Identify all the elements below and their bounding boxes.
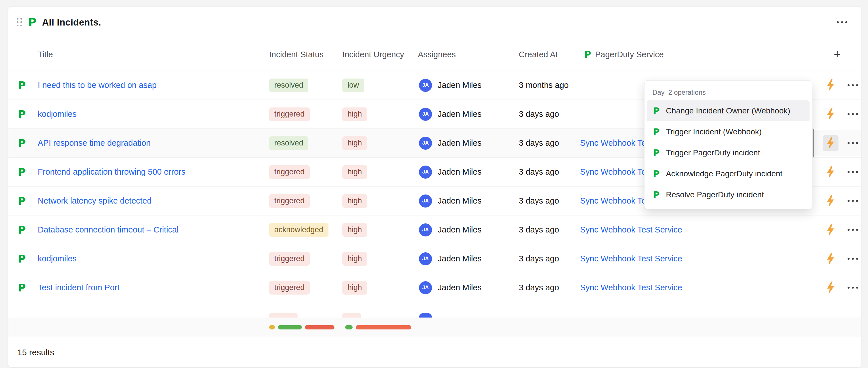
title-cell: Test incident from Port bbox=[38, 273, 269, 302]
urgency-low-segment bbox=[345, 325, 352, 329]
column-header-assignees[interactable]: Assignees bbox=[418, 38, 519, 71]
status-distribution-bar bbox=[269, 325, 342, 329]
created-at: 3 days ago bbox=[519, 225, 559, 234]
header-icon-spacer bbox=[8, 38, 38, 71]
incident-title-link[interactable]: I need this to be worked on asap bbox=[38, 80, 157, 90]
service-link[interactable]: Sync Webhook Test Service bbox=[580, 225, 682, 234]
title-cell: API response time degradation bbox=[38, 129, 269, 157]
column-label: PagerDuty Service bbox=[595, 50, 664, 59]
status-badge: triggered bbox=[269, 194, 310, 208]
created-at: 3 months ago bbox=[519, 80, 569, 90]
status-cell: triggered bbox=[269, 158, 342, 186]
row-icon-cell: P bbox=[8, 158, 38, 186]
created-cell: 3 days ago bbox=[519, 273, 580, 302]
row-menu-button[interactable] bbox=[846, 171, 859, 173]
incident-title-link[interactable]: Test incident from Port bbox=[38, 283, 120, 292]
menu-item-label: Trigger Incident (Webhook) bbox=[666, 127, 762, 136]
actions-cell bbox=[813, 71, 861, 100]
run-action-button[interactable] bbox=[823, 280, 838, 296]
menu-item-trigger-pagerduty-incident[interactable]: P Trigger PagerDuty incident bbox=[647, 142, 810, 163]
row-menu-button[interactable] bbox=[846, 200, 859, 202]
column-header-status[interactable]: Incident Status bbox=[269, 38, 342, 71]
incident-title-link[interactable]: Network latency spike detected bbox=[38, 196, 152, 205]
menu-item-resolve-pagerduty-incident[interactable]: P Resolve PagerDuty incident bbox=[647, 184, 810, 205]
pagerduty-icon: P bbox=[18, 80, 26, 91]
summary-band bbox=[8, 317, 861, 337]
assignee-name: Jaden Miles bbox=[438, 254, 482, 263]
assignee-name: Jaden Miles bbox=[438, 167, 482, 177]
avatar: JA bbox=[419, 252, 432, 265]
avatar: JA bbox=[419, 224, 432, 236]
title-cell: I need this to be worked on asap bbox=[38, 71, 269, 100]
column-header-service[interactable]: P PagerDuty Service bbox=[580, 38, 813, 71]
plus-icon: + bbox=[834, 48, 841, 60]
service-cell: Sync Webhook Test Service bbox=[580, 273, 813, 302]
column-header-title[interactable]: Title bbox=[38, 38, 269, 71]
menu-item-change-incident-owner[interactable]: P Change Incident Owner (Webhook) bbox=[647, 100, 810, 121]
row-menu-button[interactable] bbox=[846, 142, 859, 144]
assignee-name: Jaden Miles bbox=[438, 196, 482, 205]
run-action-button[interactable] bbox=[823, 251, 838, 267]
run-action-button[interactable] bbox=[823, 164, 838, 180]
row-menu-button[interactable] bbox=[846, 113, 859, 115]
assignees-cell: JAJaden Miles bbox=[418, 187, 519, 215]
service-link[interactable]: Sync Webhook Test Service bbox=[580, 254, 682, 263]
run-action-button[interactable] bbox=[823, 193, 838, 209]
assignees-cell: JAJaden Miles bbox=[418, 158, 519, 186]
service-link[interactable]: Sync Webhook Test Service bbox=[580, 283, 682, 292]
row-icon-cell: P bbox=[8, 100, 38, 128]
created-at: 3 days ago bbox=[519, 254, 559, 263]
assignee-name: Jaden Miles bbox=[438, 225, 482, 234]
column-header-created[interactable]: Created At bbox=[519, 38, 580, 71]
menu-item-acknowledge-pagerduty-incident[interactable]: P Acknowledge PagerDuty incident bbox=[647, 163, 810, 184]
avatar: JA bbox=[419, 195, 432, 207]
assignees-cell: JAJaden Miles bbox=[418, 215, 519, 244]
incident-title-link[interactable]: kodjomiles bbox=[38, 109, 76, 119]
title-cell: Database connection timeout – Critical bbox=[38, 215, 269, 244]
row-menu-button[interactable] bbox=[846, 287, 859, 289]
row-menu-button[interactable] bbox=[846, 258, 859, 260]
row-menu-button[interactable] bbox=[846, 229, 859, 231]
run-action-button[interactable] bbox=[823, 135, 838, 151]
created-cell: 3 days ago bbox=[519, 187, 580, 215]
drag-handle-icon[interactable] bbox=[17, 18, 23, 27]
row-icon-cell: P bbox=[8, 244, 38, 273]
incident-title-link[interactable]: Database connection timeout – Critical bbox=[38, 225, 179, 234]
widget-title: All Incidents. bbox=[42, 17, 101, 28]
status-resolved-segment bbox=[278, 325, 302, 329]
created-at: 3 days ago bbox=[519, 283, 559, 292]
created-at: 3 days ago bbox=[519, 138, 559, 148]
run-action-button[interactable] bbox=[823, 77, 838, 93]
assignees-cell: JAJaden Miles bbox=[418, 129, 519, 157]
incident-title-link[interactable]: API response time degradation bbox=[38, 138, 151, 148]
created-cell: 3 days ago bbox=[519, 215, 580, 244]
pagerduty-icon: P bbox=[584, 49, 591, 59]
urgency-badge: low bbox=[342, 78, 364, 92]
assignees-cell: JAJaden Miles bbox=[418, 244, 519, 273]
column-header-urgency[interactable]: Incident Urgency bbox=[342, 38, 418, 71]
avatar: JA bbox=[419, 108, 432, 121]
widget-menu-button[interactable] bbox=[836, 21, 848, 23]
pagerduty-icon: P bbox=[653, 106, 659, 115]
assignees-cell: JAJaden Miles bbox=[418, 273, 519, 302]
incident-title-link[interactable]: kodjomiles bbox=[38, 254, 76, 263]
title-cell: kodjomiles bbox=[38, 100, 269, 128]
clipped-urgency-badge bbox=[342, 313, 361, 317]
status-cell: triggered bbox=[269, 273, 342, 302]
menu-item-trigger-incident-webhook[interactable]: P Trigger Incident (Webhook) bbox=[647, 121, 810, 142]
row-menu-button[interactable] bbox=[846, 84, 859, 86]
assignees-cell: JAJaden Miles bbox=[418, 71, 519, 100]
actions-cell bbox=[813, 244, 861, 273]
add-property-button[interactable]: + bbox=[813, 38, 861, 71]
pagerduty-icon: P bbox=[28, 17, 36, 28]
pagerduty-icon: P bbox=[653, 127, 659, 136]
run-action-button[interactable] bbox=[823, 106, 838, 122]
status-badge: triggered bbox=[269, 281, 310, 295]
incident-title-link[interactable]: Frontend application throwing 500 errors bbox=[38, 167, 186, 177]
row-icon-cell: P bbox=[8, 215, 38, 244]
widget-titlebar: P All Incidents. bbox=[8, 6, 861, 38]
pagerduty-icon: P bbox=[18, 138, 26, 148]
assignee-name: Jaden Miles bbox=[438, 80, 482, 90]
title-cell: Frontend application throwing 500 errors bbox=[38, 158, 269, 186]
run-action-button[interactable] bbox=[823, 222, 838, 238]
